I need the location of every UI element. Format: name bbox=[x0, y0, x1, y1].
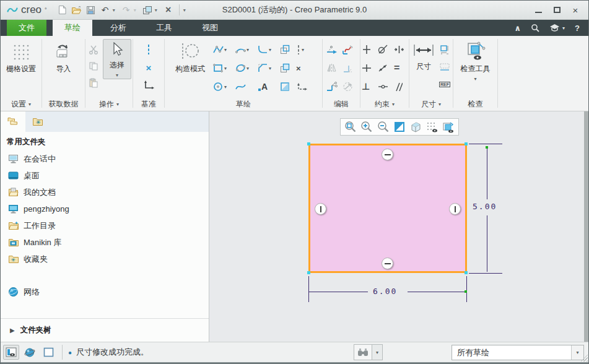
tab-tools[interactable]: 工具 bbox=[144, 20, 184, 36]
collapse-ribbon-button[interactable]: ∧ bbox=[514, 24, 521, 33]
import-button[interactable]: 导入 bbox=[53, 39, 74, 74]
height-dimension-line[interactable] bbox=[487, 147, 487, 199]
web-browser-button[interactable] bbox=[22, 345, 38, 360]
maximize-button[interactable] bbox=[549, 4, 565, 16]
arc-dropdown-arrow[interactable]: ▾ bbox=[247, 47, 249, 53]
horizontal-constraint-button[interactable] bbox=[360, 63, 377, 73]
dim-endpoint-dot[interactable] bbox=[486, 146, 488, 149]
tangent-constraint-button[interactable] bbox=[377, 45, 393, 54]
close-button[interactable]: × bbox=[567, 4, 583, 16]
chamfer-dropdown-arrow[interactable]: ▾ bbox=[269, 66, 271, 71]
inspect-tools-button[interactable]: 检查工具 ▾ bbox=[456, 39, 495, 82]
save-button[interactable] bbox=[84, 3, 98, 17]
text-button[interactable]: A bbox=[256, 82, 279, 92]
line-chain-button[interactable]: ▾ bbox=[212, 45, 234, 54]
find-dropdown-arrow[interactable]: ▾ bbox=[372, 344, 383, 360]
vertex-dot[interactable] bbox=[465, 271, 468, 274]
modify-button[interactable] bbox=[325, 45, 341, 54]
fillet-dropdown-arrow[interactable]: ▾ bbox=[269, 47, 271, 53]
customize-qat-arrow[interactable]: ▾ bbox=[183, 7, 190, 13]
settings-group-label[interactable]: 设置▾ bbox=[1, 97, 41, 111]
fillet-button[interactable]: ▾ bbox=[256, 45, 279, 54]
spline-button[interactable] bbox=[234, 82, 256, 92]
vertex-dot[interactable] bbox=[307, 271, 310, 274]
undo-button[interactable]: ↶ bbox=[98, 3, 112, 17]
width-dimension-line[interactable] bbox=[308, 292, 368, 292]
regenerate-windows-button[interactable] bbox=[141, 3, 154, 17]
arc-button[interactable]: ▾ bbox=[234, 45, 256, 54]
rectangle-button[interactable]: ▾ bbox=[212, 63, 234, 73]
sketch-display-filters-button[interactable] bbox=[441, 119, 456, 134]
search-icon[interactable] bbox=[531, 24, 539, 32]
centerline-dropdown-arrow[interactable]: ▾ bbox=[302, 47, 304, 53]
help-button[interactable]: ? bbox=[575, 24, 580, 33]
construction-mode-button[interactable]: 构造模式 bbox=[172, 39, 208, 74]
tab-favorites[interactable]: ✳ bbox=[25, 111, 50, 132]
copy-button[interactable] bbox=[87, 60, 100, 72]
mirror-button[interactable] bbox=[325, 63, 341, 73]
minimize-button[interactable] bbox=[530, 4, 546, 16]
sidebar-item-manikin-library[interactable]: Manikin 库 bbox=[1, 234, 209, 251]
sidebar-item-working-directory[interactable]: ✦ 工作目录 bbox=[1, 217, 209, 234]
circle-dropdown-arrow[interactable]: ▾ bbox=[224, 84, 227, 90]
cut-button[interactable] bbox=[87, 43, 100, 56]
offset-button[interactable] bbox=[279, 45, 295, 54]
horizontal-constraint-marker[interactable] bbox=[382, 149, 393, 160]
grid-display-button[interactable] bbox=[425, 119, 440, 134]
coordinate-system-button[interactable] bbox=[142, 79, 155, 92]
sketch-canvas[interactable]: 5.00 6.00 bbox=[209, 111, 588, 342]
sketch-rectangle[interactable] bbox=[308, 144, 467, 273]
point-button[interactable]: × bbox=[295, 64, 315, 73]
model-tree-button[interactable] bbox=[40, 345, 56, 360]
parallel-constraint-button[interactable] bbox=[393, 82, 409, 92]
paste-button[interactable] bbox=[87, 77, 100, 89]
coincident-constraint-button[interactable] bbox=[377, 63, 393, 73]
undo-dropdown-arrow[interactable]: ▾ bbox=[113, 7, 119, 13]
close-window-button[interactable]: × bbox=[162, 3, 175, 17]
sidebar-item-network[interactable]: 网络 bbox=[1, 284, 209, 300]
delete-segment-button[interactable] bbox=[341, 45, 357, 54]
redo-dropdown-arrow[interactable]: ▾ bbox=[134, 7, 140, 13]
vertex-dot[interactable] bbox=[465, 142, 468, 145]
select-button[interactable]: 选择 ▾ bbox=[103, 39, 131, 79]
vertex-dot[interactable] bbox=[307, 142, 310, 145]
constrain-group-label[interactable]: 约束▾ bbox=[360, 97, 409, 111]
sidebar-item-my-documents[interactable]: 我的文档 bbox=[1, 184, 209, 201]
midpoint-constraint-button[interactable] bbox=[393, 45, 409, 54]
dim-endpoint-dot[interactable] bbox=[465, 290, 467, 293]
width-dimension-value[interactable]: 6.00 bbox=[373, 287, 397, 296]
tab-folder-browser[interactable] bbox=[1, 111, 25, 132]
zoom-in-button[interactable] bbox=[359, 119, 374, 134]
horizontal-constraint-marker[interactable] bbox=[382, 258, 393, 269]
inspect-dropdown-arrow[interactable]: ▾ bbox=[474, 76, 476, 82]
tab-view[interactable]: 视图 bbox=[190, 20, 230, 36]
folder-tree-expander[interactable]: ▶ 文件夹树 bbox=[1, 319, 209, 342]
dimension-group-label[interactable]: 尺寸▾ bbox=[409, 97, 453, 111]
grid-settings-button[interactable]: 栅格设置 bbox=[6, 39, 36, 74]
sidebar-item-in-session[interactable]: 在会话中 bbox=[1, 150, 209, 167]
saved-orientations-button[interactable] bbox=[408, 119, 423, 134]
thicken-button[interactable] bbox=[279, 63, 295, 73]
centerline-datum-button[interactable] bbox=[142, 43, 155, 56]
learning-connector-icon[interactable] bbox=[549, 24, 560, 32]
learning-dropdown-arrow[interactable]: ▾ bbox=[562, 25, 565, 31]
fill-button[interactable] bbox=[279, 82, 295, 92]
vertical-constraint-button[interactable] bbox=[360, 45, 377, 54]
height-dimension-value[interactable]: 5.00 bbox=[473, 202, 497, 211]
centerline-button[interactable]: ▾ bbox=[295, 45, 315, 55]
height-dimension-line[interactable] bbox=[487, 215, 487, 272]
corner-button[interactable] bbox=[341, 63, 357, 73]
ellipse-button[interactable]: ▾ bbox=[234, 63, 256, 73]
select-dropdown-arrow[interactable]: ▾ bbox=[116, 72, 118, 78]
circle-button[interactable]: ▾ bbox=[212, 82, 234, 92]
repaint-button[interactable] bbox=[392, 119, 407, 134]
redo-button[interactable]: ↷ bbox=[120, 3, 133, 17]
perimeter-dimension-button[interactable] bbox=[438, 61, 452, 73]
ellipse-dropdown-arrow[interactable]: ▾ bbox=[247, 66, 249, 71]
line-dropdown-arrow[interactable]: ▾ bbox=[224, 47, 227, 53]
equal-constraint-button[interactable]: = bbox=[393, 63, 409, 74]
tab-file[interactable]: 文件 bbox=[7, 20, 46, 36]
vertical-constraint-marker[interactable] bbox=[315, 203, 326, 215]
sidebar-item-computer[interactable]: pengzhiyong bbox=[1, 201, 209, 217]
operations-group-label[interactable]: 操作▾ bbox=[85, 97, 133, 111]
